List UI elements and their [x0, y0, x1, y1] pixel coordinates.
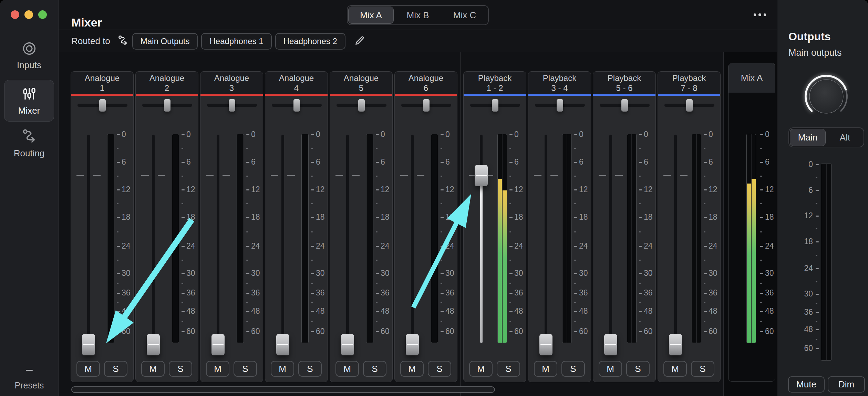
level-meter-fill: [503, 190, 507, 343]
fader-track[interactable]: [281, 135, 284, 345]
pan-thumb[interactable]: [492, 99, 498, 112]
mute-button[interactable]: M: [335, 361, 359, 377]
fader-track[interactable]: [346, 135, 349, 345]
fader-track[interactable]: [152, 135, 155, 345]
fader-handle[interactable]: [147, 334, 160, 355]
pan-thumb[interactable]: [229, 99, 235, 112]
zoom-window-button[interactable]: [38, 10, 47, 19]
meter-scale-value: 24: [792, 264, 813, 273]
fader-track[interactable]: [411, 135, 414, 345]
destination-headphones-1[interactable]: Headphones 1: [201, 33, 271, 50]
meter-scale-tick: [441, 283, 442, 284]
solo-button[interactable]: S: [363, 361, 386, 377]
meter-scale-value: 12: [709, 185, 717, 194]
fader-handle[interactable]: [669, 334, 682, 355]
mute-button[interactable]: M: [599, 361, 622, 377]
pan-thumb[interactable]: [423, 99, 430, 112]
meter-scale-tick: [816, 348, 819, 349]
edit-routing-button[interactable]: [352, 34, 368, 48]
channel-strip: Analogue50612182430364860MS: [330, 71, 393, 382]
mute-button[interactable]: M: [663, 361, 687, 377]
overflow-menu-button[interactable]: [752, 8, 768, 21]
meter-scale-tick: [704, 321, 705, 322]
pan-thumb[interactable]: [164, 99, 170, 112]
meter-scale-tick: [639, 260, 641, 261]
output-select-tabs: Main Alt: [788, 127, 864, 147]
mute-button[interactable]: M: [469, 361, 493, 377]
solo-button[interactable]: S: [497, 361, 520, 377]
fader-handle[interactable]: [211, 334, 225, 355]
meter-scale-tick: [574, 260, 576, 261]
meter-scale-value: 18: [122, 212, 131, 222]
solo-button[interactable]: S: [626, 361, 650, 377]
fader-handle[interactable]: [341, 334, 354, 355]
fader-track[interactable]: [217, 135, 219, 345]
pan-thumb[interactable]: [293, 99, 300, 112]
meter-scale-tick: [311, 176, 313, 177]
solo-button[interactable]: S: [234, 361, 257, 377]
meter-scale-tick: [816, 228, 817, 229]
meter-scale-tick: [816, 241, 819, 242]
meter-scale-value: 60: [644, 327, 653, 336]
solo-button[interactable]: S: [428, 361, 451, 377]
sidebar-item-presets[interactable]: Presets: [0, 370, 59, 390]
meter-scale-value: 60: [792, 344, 813, 353]
meter-scale-value: 30: [792, 289, 813, 299]
fader-handle[interactable]: [539, 334, 552, 355]
meter-scale-tick: [816, 303, 817, 304]
meter-scale-tick: [246, 302, 248, 303]
mute-button[interactable]: M: [141, 361, 165, 377]
tab-mix-a[interactable]: Mix A: [348, 7, 394, 24]
pan-thumb[interactable]: [621, 99, 628, 112]
meter-scale-tick: [760, 189, 763, 190]
output-volume-knob[interactable]: [800, 71, 852, 124]
tab-mix-b[interactable]: Mix B: [395, 7, 441, 24]
level-meter-bar: [302, 134, 308, 343]
pan-thumb[interactable]: [358, 99, 365, 112]
channel-number: 6: [424, 83, 428, 93]
sidebar-item-mixer[interactable]: Mixer: [4, 80, 54, 122]
channel-name: Playback: [672, 73, 706, 83]
meter-scale-tick: [704, 293, 707, 294]
sidebar-item-inputs[interactable]: Inputs: [4, 41, 54, 71]
mute-button[interactable]: M: [206, 361, 229, 377]
mute-output-button[interactable]: Mute: [788, 376, 825, 393]
dim-output-button[interactable]: Dim: [828, 376, 865, 393]
fader-track[interactable]: [545, 135, 547, 345]
sidebar-item-routing[interactable]: Routing: [4, 128, 54, 159]
meter-scale-value: 36: [644, 288, 653, 298]
pan-thumb[interactable]: [557, 99, 563, 112]
tab-main-output[interactable]: Main: [790, 129, 826, 146]
minimize-window-button[interactable]: [24, 10, 33, 19]
fader-handle[interactable]: [276, 334, 289, 355]
close-window-button[interactable]: [11, 10, 19, 19]
solo-button[interactable]: S: [169, 361, 192, 377]
destination-headphones-2[interactable]: Headphones 2: [275, 33, 345, 50]
solo-button[interactable]: S: [104, 361, 127, 377]
solo-button[interactable]: S: [691, 361, 714, 377]
solo-button[interactable]: S: [561, 361, 585, 377]
fader-track[interactable]: [609, 135, 612, 345]
fader-handle[interactable]: [82, 334, 95, 355]
meter-scale-tick: [441, 273, 444, 274]
meter-scale-tick: [117, 311, 120, 312]
mute-button[interactable]: M: [271, 361, 294, 377]
pan-thumb[interactable]: [99, 99, 106, 112]
horizontal-scrollbar[interactable]: [71, 386, 495, 393]
tab-mix-c[interactable]: Mix C: [442, 7, 487, 24]
pan-thumb[interactable]: [686, 99, 693, 112]
fader-handle[interactable]: [406, 334, 419, 355]
fader-handle[interactable]: [604, 334, 617, 355]
meter-scale-tick: [639, 293, 642, 294]
destination-main-outputs[interactable]: Main Outputs: [132, 33, 198, 50]
solo-button[interactable]: S: [298, 361, 322, 377]
mute-button[interactable]: M: [534, 361, 557, 377]
meter-scale-tick: [311, 283, 313, 284]
tab-alt-output[interactable]: Alt: [827, 129, 863, 146]
fader-handle[interactable]: [475, 165, 488, 186]
fader-track[interactable]: [87, 135, 90, 345]
mute-button[interactable]: M: [76, 361, 100, 377]
fader-track[interactable]: [674, 135, 677, 345]
mute-button[interactable]: M: [400, 361, 424, 377]
meter-scale-tick: [182, 148, 183, 149]
